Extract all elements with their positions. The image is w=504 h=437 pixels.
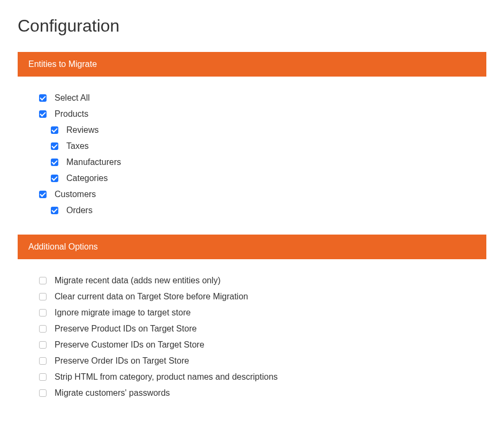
entities-label-orders[interactable]: Orders bbox=[66, 206, 93, 215]
entities-checkbox-orders[interactable] bbox=[51, 207, 58, 214]
additional-checkbox-strip-html-from-category-product-names-and-descriptions[interactable] bbox=[39, 373, 47, 381]
entities-label-taxes[interactable]: Taxes bbox=[66, 141, 89, 151]
entities-label-reviews[interactable]: Reviews bbox=[66, 125, 98, 135]
additional-label-preserve-order-ids-on-target-store[interactable]: Preserve Order IDs on Target Store bbox=[55, 356, 189, 366]
additional-item-preserve-product-ids-on-target-store: Preserve Product IDs on Target Store bbox=[39, 321, 486, 337]
entities-item-reviews: Reviews bbox=[39, 122, 486, 138]
additional-item-ignore-migrate-image-to-target-store: Ignore migrate image to target store bbox=[39, 305, 486, 321]
entities-item-customers: Customers bbox=[39, 186, 486, 202]
entities-section-body: Select AllProductsReviewsTaxesManufactur… bbox=[18, 90, 486, 218]
additional-label-strip-html-from-category-product-names-and-descriptions[interactable]: Strip HTML from category, product names … bbox=[55, 372, 278, 382]
additional-section-header: Additional Options bbox=[18, 235, 486, 259]
additional-item-clear-current-data-on-target-store-before-migration: Clear current data on Target Store befor… bbox=[39, 289, 486, 305]
entities-label-products[interactable]: Products bbox=[55, 109, 88, 119]
additional-checkbox-migrate-recent-data-adds-new-entities-only[interactable] bbox=[39, 277, 47, 284]
entities-item-manufacturers: Manufacturers bbox=[39, 154, 486, 170]
additional-item-strip-html-from-category-product-names-and-descriptions: Strip HTML from category, product names … bbox=[39, 369, 486, 385]
additional-checkbox-preserve-product-ids-on-target-store[interactable] bbox=[39, 325, 47, 333]
additional-checkbox-migrate-customers-passwords[interactable] bbox=[39, 389, 47, 397]
entities-item-categories: Categories bbox=[39, 170, 486, 186]
entities-checkbox-select-all[interactable] bbox=[39, 94, 47, 102]
entities-checkbox-customers[interactable] bbox=[39, 191, 47, 198]
entities-checkbox-categories[interactable] bbox=[51, 175, 58, 182]
page-title: Configuration bbox=[18, 16, 486, 36]
additional-item-preserve-customer-ids-on-target-store: Preserve Customer IDs on Target Store bbox=[39, 337, 486, 353]
additional-label-migrate-customers-passwords[interactable]: Migrate customers' passwords bbox=[55, 388, 170, 398]
entities-label-customers[interactable]: Customers bbox=[55, 190, 96, 199]
entities-checkbox-reviews[interactable] bbox=[51, 126, 58, 134]
additional-item-migrate-customers-passwords: Migrate customers' passwords bbox=[39, 385, 486, 401]
entities-checkbox-taxes[interactable] bbox=[51, 142, 58, 150]
additional-label-preserve-customer-ids-on-target-store[interactable]: Preserve Customer IDs on Target Store bbox=[55, 340, 204, 350]
entities-checkbox-products[interactable] bbox=[39, 110, 47, 118]
additional-item-preserve-order-ids-on-target-store: Preserve Order IDs on Target Store bbox=[39, 353, 486, 369]
additional-checkbox-preserve-customer-ids-on-target-store[interactable] bbox=[39, 341, 47, 349]
entities-item-orders: Orders bbox=[39, 202, 486, 218]
entities-label-manufacturers[interactable]: Manufacturers bbox=[66, 157, 121, 167]
entities-item-products: Products bbox=[39, 106, 486, 122]
additional-checkbox-ignore-migrate-image-to-target-store[interactable] bbox=[39, 309, 47, 317]
additional-label-clear-current-data-on-target-store-before-migration[interactable]: Clear current data on Target Store befor… bbox=[55, 292, 248, 302]
entities-item-select-all: Select All bbox=[39, 90, 486, 106]
additional-checkbox-clear-current-data-on-target-store-before-migration[interactable] bbox=[39, 293, 47, 300]
additional-label-preserve-product-ids-on-target-store[interactable]: Preserve Product IDs on Target Store bbox=[55, 324, 197, 334]
additional-label-ignore-migrate-image-to-target-store[interactable]: Ignore migrate image to target store bbox=[55, 308, 190, 318]
entities-item-taxes: Taxes bbox=[39, 138, 486, 154]
entities-label-select-all[interactable]: Select All bbox=[55, 93, 90, 103]
additional-item-migrate-recent-data-adds-new-entities-only: Migrate recent data (adds new entities o… bbox=[39, 273, 486, 289]
entities-checkbox-manufacturers[interactable] bbox=[51, 159, 58, 166]
entities-section-header: Entities to Migrate bbox=[18, 52, 486, 77]
additional-section-body: Migrate recent data (adds new entities o… bbox=[18, 273, 486, 401]
additional-checkbox-preserve-order-ids-on-target-store[interactable] bbox=[39, 357, 47, 365]
additional-label-migrate-recent-data-adds-new-entities-only[interactable]: Migrate recent data (adds new entities o… bbox=[55, 276, 220, 285]
entities-label-categories[interactable]: Categories bbox=[66, 174, 108, 183]
